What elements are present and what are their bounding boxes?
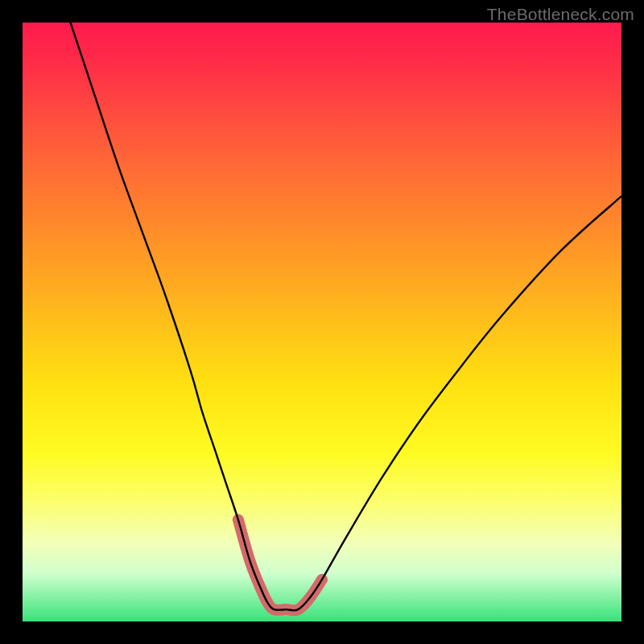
bottleneck-curve: [71, 23, 621, 610]
chart-svg: [23, 23, 621, 621]
chart-plot-area: [23, 23, 621, 621]
attribution-text: TheBottleneck.com: [487, 5, 634, 24]
